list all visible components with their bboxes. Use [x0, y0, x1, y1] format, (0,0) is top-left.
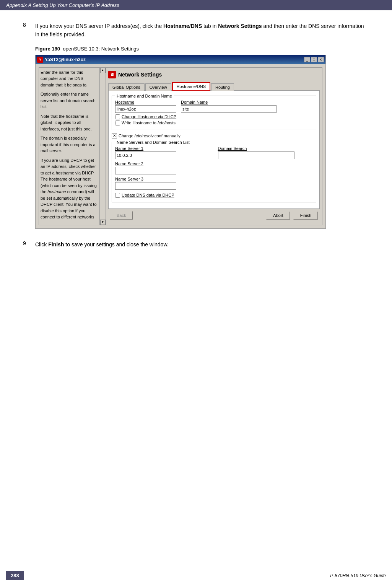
scroll-track: [100, 73, 106, 220]
ns-icon: 🖥: [108, 71, 116, 78]
step-9: 9 Click Finish to save your settings and…: [23, 240, 369, 249]
tab-routing[interactable]: Routing: [211, 83, 234, 91]
ns3-input[interactable]: [115, 182, 176, 190]
sidebar-text-3: Note that the hostname is global--it app…: [41, 113, 97, 132]
figure-caption: openSUSE 10.3: Network Settings: [63, 46, 139, 52]
hostname-label: Hostname: [115, 100, 176, 104]
step-9-text: Click Finish to save your settings and c…: [35, 240, 169, 249]
ns1-col: Name Server 1: [115, 146, 210, 159]
resolv-checkbox[interactable]: ✕: [112, 133, 117, 138]
tab-global-options-label: Global Options: [112, 85, 140, 90]
step-8: 8 If you know your DNS server IP address…: [23, 22, 369, 39]
window-titlebar: Y YaST2@linux-h2oz _ □ ✕: [36, 55, 325, 64]
resolv-label: Change /etc/resolv.conf manually: [119, 134, 181, 138]
change-hostname-dhcp-row: Change Hostname via DHCP: [115, 114, 313, 119]
domain-col: Domain Name: [181, 100, 277, 113]
footer-right-text: P-870HN-51b User's Guide: [330, 573, 386, 578]
ns2-input[interactable]: [115, 167, 176, 174]
change-hostname-dhcp-label: Change Hostname via DHCP: [122, 114, 176, 119]
ns3-row: Name Server 3: [115, 177, 313, 190]
write-hostname-label: Write Hostname to /etc/hosts: [122, 121, 176, 125]
ns2-row: Name Server 2: [115, 161, 313, 174]
scroll-up-button[interactable]: ▲: [100, 68, 106, 73]
window-body: Enter the name for this computer and the…: [36, 64, 325, 228]
domain-search-input[interactable]: [218, 151, 294, 159]
ns1-label: Name Server 1: [115, 146, 210, 151]
change-hostname-dhcp-checkbox[interactable]: [115, 114, 120, 119]
tab-bar: Global Options Overview Hostname/DNS Rou…: [108, 82, 320, 91]
ns-title-text: Network Settings: [118, 72, 162, 78]
right-panel: 🖥 Network Settings Global Options Overvi…: [106, 67, 322, 225]
update-dns-label: Update DNS data via DHCP: [122, 193, 174, 197]
ns3-label: Name Server 3: [115, 177, 313, 181]
window-title-text: YaST2@linux-h2oz: [45, 57, 86, 62]
name-servers-legend: Name Servers and Domain Search List: [115, 140, 191, 145]
ns1-domain-row: Name Server 1 Domain Search: [115, 146, 313, 159]
window-controls[interactable]: _ □ ✕: [304, 57, 324, 62]
step-9-number: 9: [23, 240, 29, 249]
resolv-row: ✕ Change /etc/resolv.conf manually: [112, 133, 316, 138]
page-header: Appendix A Setting Up Your Computer's IP…: [0, 0, 392, 10]
maximize-button[interactable]: □: [311, 57, 317, 62]
screenshot-container: Y YaST2@linux-h2oz _ □ ✕ Enter the name …: [35, 55, 326, 229]
ns-title: 🖥 Network Settings: [108, 70, 320, 79]
hostname-domain-legend: Hostname and Domain Name: [115, 94, 174, 98]
step-8-number: 8: [23, 22, 29, 39]
dialog-buttons: Back Abort Finish: [108, 209, 320, 221]
write-hostname-checkbox[interactable]: [115, 121, 120, 125]
window-title-left: Y YaST2@linux-h2oz: [37, 57, 86, 63]
back-button[interactable]: Back: [110, 211, 133, 220]
hostname-col: Hostname: [115, 100, 176, 113]
page-number: 288: [6, 571, 24, 580]
domain-search-label: Domain Search: [218, 146, 313, 151]
finish-button[interactable]: Finish: [293, 211, 318, 220]
tab-content: Hostname and Domain Name Hostname Domain…: [108, 90, 320, 209]
domain-input[interactable]: [181, 105, 277, 113]
sidebar-text-2: Optionally enter the name server list an…: [41, 91, 97, 110]
figure-number: Figure 180: [35, 46, 60, 52]
name-servers-group: Name Servers and Domain Search List Name…: [112, 140, 316, 202]
header-title: Appendix A Setting Up Your Computer's IP…: [6, 2, 119, 8]
hostname-domain-row: Hostname Domain Name: [115, 100, 313, 113]
abort-button[interactable]: Abort: [266, 211, 290, 220]
tab-hostname-dns[interactable]: Hostname/DNS: [172, 82, 210, 91]
domain-search-col: Domain Search: [218, 146, 313, 159]
left-panel: Enter the name for this computer and the…: [39, 67, 106, 225]
tab-global-options[interactable]: Global Options: [108, 83, 145, 91]
tab-overview-label: Overview: [150, 85, 167, 90]
window-icon: Y: [37, 57, 43, 63]
page-footer: 288 P-870HN-51b User's Guide: [0, 568, 392, 583]
hostname-domain-group: Hostname and Domain Name Hostname Domain…: [112, 94, 316, 130]
ns1-input[interactable]: [115, 151, 176, 159]
update-dns-row: Update DNS data via DHCP: [115, 193, 313, 198]
domain-label: Domain Name: [181, 100, 277, 104]
figure-label: Figure 180 openSUSE 10.3: Network Settin…: [35, 46, 369, 52]
hostname-input[interactable]: [115, 105, 176, 113]
update-dns-checkbox[interactable]: [115, 193, 120, 198]
minimize-button[interactable]: _: [304, 57, 310, 62]
close-button[interactable]: ✕: [318, 57, 324, 62]
sidebar-text-5: If you are using DHCP to get an IP addre…: [41, 157, 97, 220]
right-buttons: Abort Finish: [266, 211, 318, 220]
scroll-down-button[interactable]: ▼: [100, 220, 106, 225]
tab-hostname-dns-label: Hostname/DNS: [177, 84, 206, 89]
left-panel-text: Enter the name for this computer and the…: [41, 69, 104, 220]
sidebar-text-1: Enter the name for this computer and the…: [41, 69, 97, 88]
ns2-label: Name Server 2: [115, 161, 313, 166]
sidebar-text-4: The domain is especially important if th…: [41, 135, 97, 154]
left-panel-scrollbar[interactable]: ▲ ▼: [99, 68, 106, 225]
write-hostname-row: Write Hostname to /etc/hosts: [115, 121, 313, 125]
tab-routing-label: Routing: [215, 85, 230, 90]
tab-overview[interactable]: Overview: [145, 83, 171, 91]
step-8-text: If you know your DNS server IP address(e…: [35, 22, 369, 39]
